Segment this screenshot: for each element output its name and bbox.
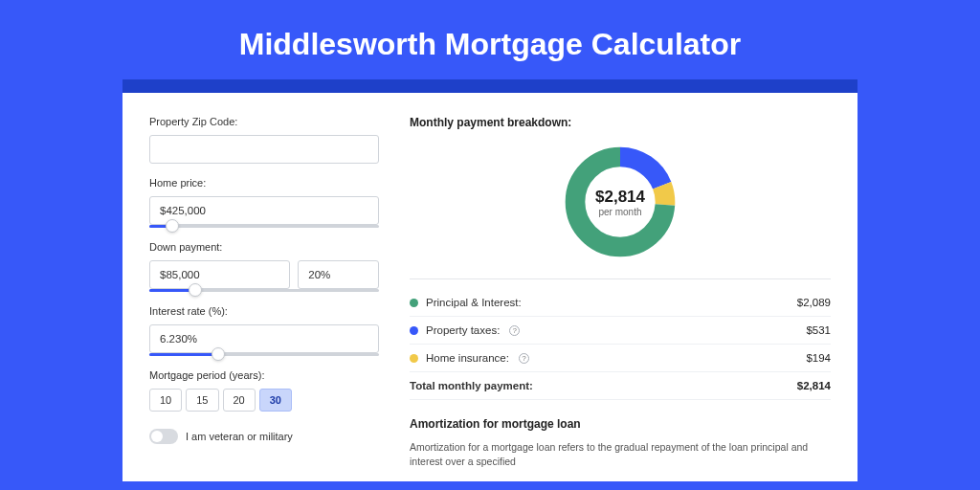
breakdown-heading: Monthly payment breakdown: — [410, 116, 831, 129]
interest-slider[interactable] — [149, 353, 379, 356]
period-field: Mortgage period (years): 10152030 — [149, 369, 379, 412]
veteran-toggle[interactable] — [149, 429, 178, 444]
donut-chart: $2,814 per month — [561, 143, 679, 261]
amortization-body: Amortization for a mortgage loan refers … — [410, 440, 831, 469]
home-price-slider[interactable] — [149, 225, 379, 228]
page-title: Middlesworth Mortgage Calculator — [0, 0, 980, 79]
period-button-group: 10152030 — [149, 389, 379, 412]
divider — [410, 278, 831, 279]
breakdown-row: Home insurance:?$194 — [410, 345, 831, 372]
total-value: $2,814 — [797, 380, 831, 391]
zip-field: Property Zip Code: — [149, 116, 379, 164]
donut-amount: $2,814 — [595, 188, 645, 207]
legend-dot — [410, 299, 418, 307]
down-payment-percent-input[interactable] — [298, 260, 379, 289]
interest-field: Interest rate (%): — [149, 305, 379, 356]
zip-input[interactable] — [149, 135, 379, 164]
slider-handle[interactable] — [212, 347, 225, 361]
total-label: Total monthly payment: — [410, 380, 533, 391]
breakdown-label: Property taxes: — [426, 324, 500, 336]
interest-input[interactable] — [149, 324, 379, 353]
legend-dot — [410, 326, 418, 335]
down-payment-slider[interactable] — [149, 289, 379, 292]
inputs-column: Property Zip Code: Home price: Down paym… — [149, 116, 379, 472]
info-icon[interactable]: ? — [509, 325, 520, 336]
veteran-row: I am veteran or military — [149, 429, 379, 444]
period-button-10[interactable]: 10 — [149, 389, 182, 412]
toggle-knob — [151, 431, 163, 442]
period-button-30[interactable]: 30 — [259, 389, 292, 412]
legend-dot — [410, 354, 418, 363]
period-label: Mortgage period (years): — [149, 369, 379, 381]
results-column: Monthly payment breakdown: $2,814 per mo… — [410, 116, 831, 472]
breakdown-total-row: Total monthly payment: $2,814 — [410, 372, 831, 400]
info-icon[interactable]: ? — [519, 353, 529, 364]
breakdown-value: $2,089 — [797, 297, 831, 308]
breakdown-label: Home insurance: — [426, 352, 509, 364]
breakdown-label: Principal & Interest: — [426, 297, 522, 308]
breakdown-value: $531 — [806, 324, 831, 336]
home-price-input[interactable] — [149, 196, 379, 225]
period-button-15[interactable]: 15 — [186, 389, 218, 412]
donut-sub: per month — [598, 207, 641, 217]
slider-handle[interactable] — [166, 219, 179, 233]
zip-label: Property Zip Code: — [149, 116, 379, 127]
down-payment-amount-input[interactable] — [149, 260, 290, 289]
down-payment-label: Down payment: — [149, 241, 379, 253]
donut-center: $2,814 per month — [561, 143, 679, 261]
veteran-label: I am veteran or military — [186, 431, 293, 442]
calculator-frame: Property Zip Code: Home price: Down paym… — [122, 79, 858, 481]
period-button-20[interactable]: 20 — [223, 389, 256, 412]
home-price-label: Home price: — [149, 177, 379, 189]
down-payment-field: Down payment: — [149, 241, 379, 292]
home-price-field: Home price: — [149, 177, 379, 228]
calculator-card: Property Zip Code: Home price: Down paym… — [122, 93, 858, 481]
breakdown-value: $194 — [806, 352, 831, 364]
breakdown-row: Principal & Interest:$2,089 — [410, 289, 831, 317]
slider-handle[interactable] — [189, 283, 202, 297]
interest-label: Interest rate (%): — [149, 305, 379, 317]
amortization-heading: Amortization for mortgage loan — [410, 417, 831, 431]
donut-chart-wrap: $2,814 per month — [410, 143, 831, 261]
breakdown-row: Property taxes:?$531 — [410, 317, 831, 345]
